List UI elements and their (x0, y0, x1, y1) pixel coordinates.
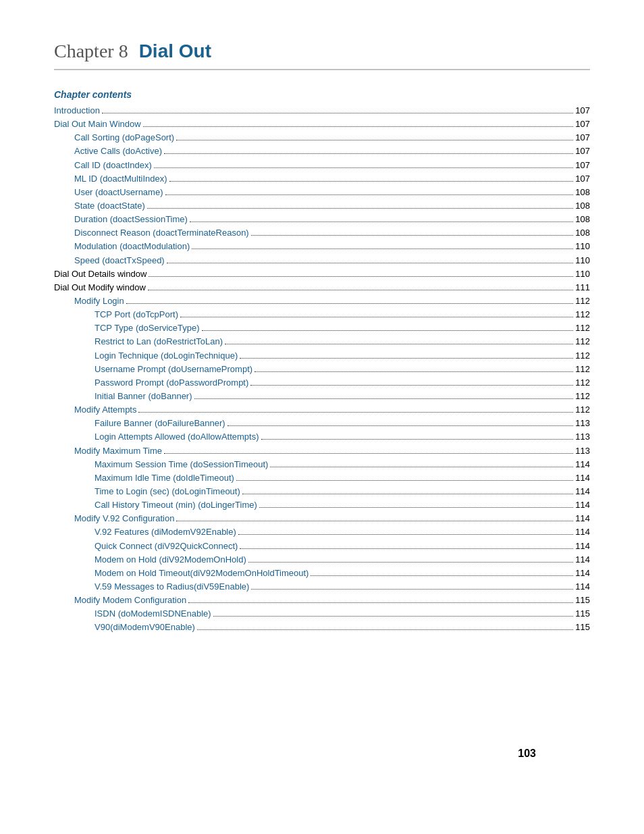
toc-dots (164, 453, 573, 454)
toc-item-text: Time to Login (sec) (doLoginTimeout) (54, 485, 240, 498)
toc-row: Login Attempts Allowed (doAllowAttempts)… (54, 430, 590, 444)
toc-row: Introduction 107 (54, 104, 590, 118)
toc-page-number: 114 (575, 525, 590, 539)
toc-dots (169, 181, 574, 182)
toc-item-text: State (doactState) (54, 199, 145, 213)
toc-dots (248, 562, 574, 563)
toc-row: V.92 Features (diModemV92Enable) 114 (54, 525, 590, 539)
toc-row: Login Technique (doLoginTechnique) 112 (54, 349, 590, 363)
toc-page-number: 115 (575, 621, 590, 634)
toc-item-text: Call ID (doactIndex) (54, 159, 152, 172)
toc-page-number: 112 (575, 349, 590, 363)
toc-page-number: 114 (575, 512, 590, 525)
toc-item-text: Dial Out Details window (54, 267, 146, 281)
toc-row: Modulation (doactModulation) 110 (54, 240, 590, 253)
toc-row: Initial Banner (doBanner) 112 (54, 390, 590, 403)
toc-page-number: 107 (575, 131, 590, 145)
chapter-contents-heading: Chapter contents (54, 89, 590, 100)
toc-row: Time to Login (sec) (doLoginTimeout) 114 (54, 485, 590, 498)
toc-item-text: Modify Attempts (54, 403, 136, 417)
toc-item-text: TCP Port (doTcpPort) (54, 308, 178, 321)
toc-page-number: 110 (575, 267, 590, 281)
toc-dots (192, 249, 573, 249)
toc-dots (148, 290, 573, 290)
toc-dots (242, 494, 574, 494)
toc-item-text: Modem on Hold (diV92ModemOnHold) (54, 553, 246, 567)
toc-row: State (doactState) 108 (54, 199, 590, 213)
toc-item-text: ISDN (doModemISDNEnable) (54, 607, 211, 621)
toc-item-text: Failure Banner (doFailureBanner) (54, 417, 225, 430)
toc-dots (167, 263, 574, 263)
toc-dots (240, 548, 573, 549)
table-of-contents: Introduction 107 Dial Out Main Window 10… (54, 104, 590, 634)
toc-dots (190, 221, 573, 222)
toc-row: Quick Connect (diV92QuickConnect) 114 (54, 540, 590, 553)
toc-page-number: 113 (575, 444, 590, 458)
toc-row: Modify Maximum Time 113 (54, 444, 590, 458)
toc-page-number: 112 (575, 376, 590, 390)
toc-item-text: Password Prompt (doPasswordPrompt) (54, 376, 248, 390)
toc-item-text: Active Calls (doActive) (54, 145, 162, 158)
toc-row: Modify Login 112 (54, 294, 590, 308)
toc-row: V90(diModemV90Enable) 115 (54, 621, 590, 634)
toc-item-text: TCP Type (doServiceType) (54, 321, 200, 335)
toc-page-number: 114 (575, 567, 590, 580)
toc-page-number: 112 (575, 308, 590, 321)
toc-row: Maximum Session Time (doSessionTimeout) … (54, 458, 590, 471)
toc-dots (149, 276, 573, 277)
toc-dots (311, 575, 573, 576)
toc-dots (259, 507, 573, 508)
toc-dots (261, 439, 574, 440)
toc-page-number: 115 (575, 607, 590, 621)
toc-row: Modify Modem Configuration 115 (54, 594, 590, 607)
toc-dots (251, 589, 573, 590)
toc-dots (227, 425, 574, 426)
toc-item-text: Modify Modem Configuration (54, 594, 186, 607)
toc-row: Password Prompt (doPasswordPrompt) 112 (54, 376, 590, 390)
toc-page-number: 108 (575, 199, 590, 213)
toc-page-number: 114 (575, 458, 590, 471)
toc-dots (180, 317, 573, 317)
toc-item-text: Modulation (doactModulation) (54, 240, 190, 253)
toc-dots (176, 140, 573, 140)
page-number: 103 (518, 748, 536, 760)
toc-dots (102, 113, 573, 113)
toc-dots (165, 194, 574, 195)
toc-dots (225, 344, 573, 344)
toc-row: Dial Out Main Window 107 (54, 118, 590, 131)
toc-dots (126, 303, 574, 304)
toc-dots (270, 467, 573, 467)
toc-item-text: ML ID (doactMultiIndex) (54, 172, 167, 186)
toc-row: Modify V.92 Configuration 114 (54, 512, 590, 525)
toc-page-number: 110 (575, 254, 590, 267)
toc-row: Maximum Idle Time (doIdleTimeout) 114 (54, 471, 590, 485)
toc-dots (176, 521, 573, 521)
toc-item-text: Modify V.92 Configuration (54, 512, 174, 525)
toc-dots (251, 235, 574, 236)
toc-item-text: Maximum Session Time (doSessionTimeout) (54, 458, 268, 471)
toc-item-text: Speed (doactTxSpeed) (54, 254, 165, 267)
toc-page-number: 107 (575, 172, 590, 186)
toc-dots (154, 167, 573, 168)
toc-item-text: Modem on Hold Timeout(diV92ModemOnHoldTi… (54, 567, 308, 580)
toc-item-text: V.92 Features (diModemV92Enable) (54, 525, 236, 539)
toc-item-text: Call Sorting (doPageSort) (54, 131, 174, 145)
toc-item-text: V90(diModemV90Enable) (54, 621, 195, 634)
toc-dots (164, 153, 573, 154)
toc-item-text: Login Technique (doLoginTechnique) (54, 349, 238, 363)
toc-item-text: Disconnect Reason (doactTerminateReason) (54, 226, 249, 240)
toc-item-text: Dial Out Main Window (54, 118, 141, 131)
toc-page-number: 112 (575, 403, 590, 417)
toc-row: Dial Out Modify window 111 (54, 281, 590, 294)
toc-item-text: Modify Login (54, 294, 124, 308)
toc-page-number: 112 (575, 335, 590, 348)
toc-dots (194, 398, 574, 399)
toc-row: Modem on Hold Timeout(diV92ModemOnHoldTi… (54, 567, 590, 580)
toc-page-number: 108 (575, 186, 590, 199)
toc-row: Failure Banner (doFailureBanner) 113 (54, 417, 590, 430)
toc-dots (188, 602, 573, 603)
chapter-title: Dial Out (139, 41, 211, 62)
toc-row: Dial Out Details window 110 (54, 267, 590, 281)
toc-item-text: Initial Banner (doBanner) (54, 390, 192, 403)
toc-page-number: 112 (575, 363, 590, 376)
